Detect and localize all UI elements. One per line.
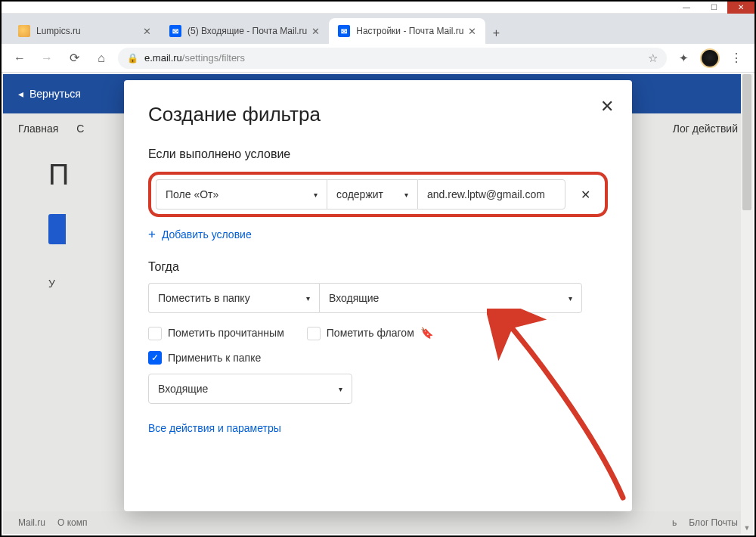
footer-link-blog[interactable]: Блог Почты — [689, 517, 738, 528]
action-label: Поместить в папку — [158, 292, 250, 304]
checkbox-empty-icon — [307, 327, 321, 340]
window-maximize[interactable]: ☐ — [700, 2, 727, 14]
chevron-down-icon: ▾ — [404, 191, 408, 199]
tab-title: Lumpics.ru — [36, 26, 138, 36]
tab-title: Настройки - Почта Mail.ru — [356, 26, 463, 36]
condition-field-select[interactable]: Поле «От» ▾ — [156, 179, 327, 210]
all-actions-link[interactable]: Все действия и параметры — [148, 422, 608, 434]
url-path: /settings/filters — [182, 52, 245, 64]
chevron-down-icon: ▾ — [569, 294, 572, 303]
action-row: Поместить в папку ▾ Входящие ▾ — [148, 283, 608, 313]
bookmark-star-icon[interactable]: ☆ — [648, 51, 658, 65]
url-input[interactable]: 🔒 e.mail.ru/settings/filters ☆ — [118, 48, 667, 69]
if-condition-label: Если выполнено условие — [148, 147, 608, 161]
mark-flag-label: Пометить флагом — [327, 327, 414, 339]
condition-value-text: and.rew.lptw@gmail.com — [427, 188, 545, 200]
mark-read-checkbox[interactable]: Пометить прочитанным — [148, 327, 284, 340]
extensions-icon[interactable]: ✦ — [673, 48, 694, 69]
condition-operator-select[interactable]: содержит ▾ — [327, 179, 417, 210]
mark-flag-checkbox[interactable]: Пометить флагом 🔖 — [307, 327, 433, 340]
back-to-inbox-link[interactable]: ◂ Вернуться — [18, 88, 81, 100]
modal-close-button[interactable]: ✕ — [600, 97, 614, 116]
new-tab-button[interactable]: + — [485, 23, 507, 44]
window-titlebar: — ☐ ✕ — [2, 2, 754, 14]
tab-settings[interactable]: ✉ Настройки - Почта Mail.ru ✕ — [329, 18, 485, 44]
nav-back-button[interactable]: ← — [9, 48, 30, 69]
nav-home-button[interactable]: ⌂ — [91, 48, 112, 69]
mark-read-label: Пометить прочитанным — [168, 327, 284, 339]
nav-reload-button[interactable]: ⟳ — [64, 48, 85, 69]
footer-link-about[interactable]: О комп — [57, 517, 87, 528]
action-select[interactable]: Поместить в папку ▾ — [148, 283, 319, 313]
nav-forward-button[interactable]: → — [36, 48, 57, 69]
page-scrollbar[interactable]: ▲ ▼ — [741, 74, 753, 534]
primary-button-cut[interactable] — [48, 214, 66, 244]
add-condition-label: Добавить условие — [162, 228, 252, 241]
tab-lumpics[interactable]: Lumpics.ru ✕ — [9, 18, 160, 44]
page-viewport: ◂ Вернуться Главная С Лог действий П У M… — [3, 74, 753, 534]
browser-menu-icon[interactable]: ⋮ — [726, 48, 747, 69]
scroll-down-icon[interactable]: ▼ — [741, 522, 753, 534]
apply-folder-label: Применить к папке — [168, 352, 261, 364]
subnav-item-log[interactable]: Лог действий — [673, 123, 738, 135]
condition-value-input[interactable]: and.rew.lptw@gmail.com — [417, 179, 565, 210]
modal-title: Создание фильтра — [148, 103, 608, 126]
tab-close-icon[interactable]: ✕ — [143, 26, 151, 37]
tab-title: (5) Входящие - Почта Mail.ru — [187, 26, 307, 36]
subnav-item-cut[interactable]: С — [76, 123, 84, 135]
create-filter-modal: Создание фильтра ✕ Если выполнено услови… — [124, 80, 632, 511]
checkbox-checked-icon: ✓ — [148, 351, 162, 365]
back-label: Вернуться — [29, 88, 81, 100]
scroll-thumb[interactable] — [742, 74, 751, 210]
apply-folder-select[interactable]: Входящие ▾ — [148, 374, 352, 404]
window-minimize[interactable]: — — [673, 2, 700, 14]
flag-icon: 🔖 — [420, 327, 433, 339]
add-condition-link[interactable]: + Добавить условие — [148, 228, 608, 241]
window-close[interactable]: ✕ — [727, 2, 754, 14]
favicon-mailru-icon: ✉ — [169, 25, 181, 37]
url-host: e.mail.ru — [144, 52, 182, 64]
favicon-mailru-icon: ✉ — [338, 25, 350, 37]
subnav-item-main[interactable]: Главная — [18, 123, 58, 135]
chevron-down-icon: ▾ — [314, 191, 318, 199]
apply-to-folder-checkbox[interactable]: ✓ Применить к папке — [148, 351, 608, 365]
footer-cut: ь — [672, 517, 677, 528]
chevron-down-icon: ▾ — [306, 294, 310, 303]
browser-tabs: Lumpics.ru ✕ ✉ (5) Входящие - Почта Mail… — [2, 14, 754, 44]
remove-condition-button[interactable]: ✕ — [572, 179, 599, 210]
page-footer: Mail.ru О комп ь Блог Почты — [3, 511, 753, 534]
tab-close-icon[interactable]: ✕ — [311, 26, 320, 37]
apply-folder-value: Входящие — [158, 383, 208, 395]
then-label: Тогда — [148, 260, 608, 274]
address-bar: ← → ⟳ ⌂ 🔒 e.mail.ru/settings/filters ☆ ✦… — [2, 44, 754, 73]
checkbox-empty-icon — [148, 327, 162, 340]
field-from-label: Поле «От» — [166, 188, 218, 200]
profile-avatar[interactable] — [700, 48, 720, 68]
operator-label: содержит — [336, 188, 383, 200]
tab-inbox[interactable]: ✉ (5) Входящие - Почта Mail.ru ✕ — [160, 18, 329, 44]
checkbox-row: Пометить прочитанным Пометить флагом 🔖 — [148, 327, 608, 340]
favicon-lumpics-icon — [18, 25, 30, 37]
tab-close-icon[interactable]: ✕ — [468, 26, 476, 37]
condition-row-highlight: Поле «От» ▾ содержит ▾ and.rew.lptw@gmai… — [148, 172, 608, 217]
lock-icon: 🔒 — [127, 53, 138, 64]
plus-icon: + — [148, 228, 156, 241]
footer-link-mailru[interactable]: Mail.ru — [18, 517, 45, 528]
chevron-down-icon: ▾ — [339, 385, 342, 393]
action-folder-select[interactable]: Входящие ▾ — [319, 283, 582, 313]
action-folder-label: Входящие — [329, 292, 379, 304]
caret-left-icon: ◂ — [18, 88, 23, 100]
